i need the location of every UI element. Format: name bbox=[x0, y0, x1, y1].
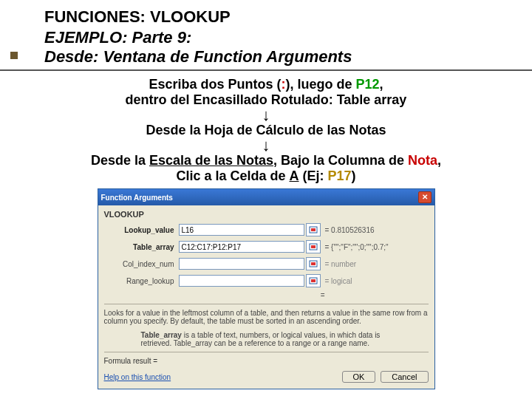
close-icon[interactable]: ✕ bbox=[418, 191, 432, 203]
t: , bbox=[380, 77, 383, 92]
t: dentro del Encasillado Rotulado: bbox=[126, 92, 337, 107]
result-eq: = bbox=[104, 291, 429, 299]
arrow-down-2: ↓ bbox=[0, 140, 532, 151]
instr-line-1: Escriba dos Puntos (:), luego de P12, bbox=[0, 77, 532, 92]
arg-row-table-array: Table_array = {"";"F";"";0;"";0.7;" bbox=[104, 240, 429, 253]
title-line-3b: Function Arguments bbox=[194, 47, 352, 66]
t: Desde la bbox=[91, 153, 149, 168]
t: ), luego de bbox=[285, 77, 355, 92]
range-picker-icon[interactable] bbox=[306, 274, 321, 287]
title-line-3a: Desde: Ventana de bbox=[44, 47, 194, 66]
dialog-title: Function Arguments bbox=[101, 194, 173, 202]
instr-line-5: Clic a la Celda de A (Ej: P17) bbox=[0, 168, 532, 184]
title-line-2: EJEMPLO: Parte 9: bbox=[44, 28, 488, 47]
arg-result: = {"";"F";"";0;"";0.7;" bbox=[325, 243, 389, 251]
sub-label: Table_array bbox=[141, 331, 182, 339]
slide-header: FUNCIONES: VLOOKUP EJEMPLO: Parte 9: Des… bbox=[0, 0, 532, 71]
bullet-decor bbox=[10, 52, 18, 59]
svg-rect-1 bbox=[311, 228, 316, 231]
ok-button[interactable]: OK bbox=[342, 371, 376, 383]
nota-red: Nota bbox=[408, 153, 437, 168]
arg-result: = number bbox=[325, 260, 357, 268]
table-array-label: Table array bbox=[337, 92, 407, 107]
p17-gold: P17 bbox=[328, 168, 352, 183]
function-name: VLOOKUP bbox=[104, 210, 429, 219]
formula-result: Formula result = bbox=[104, 352, 429, 365]
t: , Bajo la Columna de bbox=[273, 153, 408, 168]
svg-rect-7 bbox=[311, 279, 316, 282]
arg-label: Range_lookup bbox=[104, 277, 179, 285]
table-array-input[interactable] bbox=[179, 241, 304, 253]
svg-rect-5 bbox=[311, 262, 316, 265]
dialog-body: VLOOKUP Lookup_value = 0.810526316 Table… bbox=[98, 205, 434, 389]
t: (Ej: bbox=[299, 168, 328, 183]
escala-underline: Escala de las Notas bbox=[149, 153, 273, 168]
dialog-footer: Help on this function OK Cancel bbox=[104, 371, 429, 383]
p12-green: P12 bbox=[356, 77, 380, 92]
lookup-value-input[interactable] bbox=[179, 224, 304, 236]
arg-label: Table_array bbox=[104, 243, 179, 251]
title-line-1: FUNCIONES: VLOOKUP bbox=[44, 7, 488, 27]
t: , bbox=[437, 153, 441, 168]
instr-line-4: Desde la Escala de las Notas, Bajo la Co… bbox=[0, 153, 532, 168]
range-lookup-input[interactable] bbox=[179, 275, 304, 287]
cancel-button[interactable]: Cancel bbox=[381, 371, 428, 383]
function-arguments-dialog: Function Arguments ✕ VLOOKUP Lookup_valu… bbox=[98, 188, 435, 389]
arg-row-range-lookup: Range_lookup = logical bbox=[104, 274, 429, 287]
arg-label: Col_index_num bbox=[104, 260, 179, 268]
title-line-3: Desde: Ventana de Function Arguments bbox=[44, 47, 488, 66]
arrow-down-1: ↓ bbox=[0, 109, 532, 121]
svg-rect-3 bbox=[311, 245, 316, 248]
range-picker-icon[interactable] bbox=[306, 257, 321, 270]
t: Clic a la Celda de bbox=[176, 168, 289, 183]
range-picker-icon[interactable] bbox=[306, 223, 321, 236]
arg-result: = 0.810526316 bbox=[325, 226, 375, 234]
a-cell: A bbox=[290, 168, 299, 183]
arg-description: Table_array is a table of text, numbers,… bbox=[141, 331, 406, 347]
dialog-titlebar[interactable]: Function Arguments ✕ bbox=[98, 189, 434, 205]
arg-result: = logical bbox=[325, 277, 352, 285]
range-picker-icon[interactable] bbox=[306, 240, 321, 253]
t: ) bbox=[352, 168, 356, 183]
arg-row-col-index: Col_index_num = number bbox=[104, 257, 429, 270]
arg-label: Lookup_value bbox=[104, 226, 179, 234]
instructions-block: Escriba dos Puntos (:), luego de P12, de… bbox=[0, 77, 532, 184]
t: Escriba dos Puntos ( bbox=[149, 77, 281, 92]
function-description: Looks for a value in the leftmost column… bbox=[104, 304, 429, 325]
help-link[interactable]: Help on this function bbox=[104, 373, 171, 381]
arg-row-lookup-value: Lookup_value = 0.810526316 bbox=[104, 223, 429, 236]
col-index-input[interactable] bbox=[179, 258, 304, 270]
